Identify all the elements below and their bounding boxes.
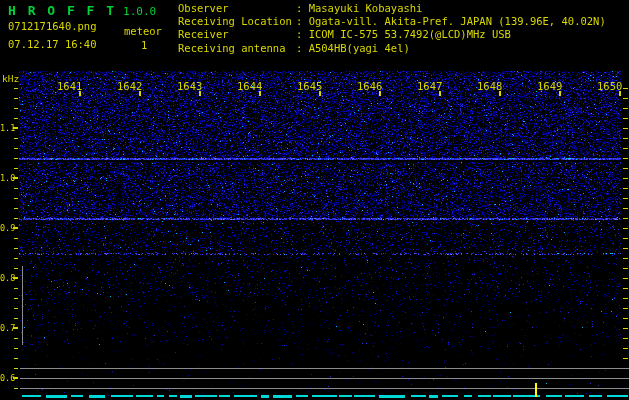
y-axis-tick-minor [14, 268, 18, 269]
y-axis-label: 1.1 [0, 123, 13, 133]
receiver-info-block: Observer: Masayuki KobayashiReceiving Lo… [178, 2, 606, 55]
right-axis-tick [623, 98, 628, 99]
y-axis-tick-minor [14, 88, 18, 89]
trace-dash [169, 395, 177, 397]
y-axis-label: 0.8 [0, 273, 13, 283]
trace-dash [136, 395, 153, 397]
right-axis-tick [623, 238, 628, 239]
right-axis-tick [623, 328, 628, 329]
info-label: Observer [178, 2, 296, 15]
info-row: Observer: Masayuki Kobayashi [178, 2, 606, 15]
y-axis-tick-major [13, 327, 18, 329]
observation-datetime: 07.12.17 16:40 [8, 39, 97, 50]
title-row: H R O F F T 1.0.0 [8, 3, 156, 18]
trace-dash [46, 395, 66, 398]
right-axis-tick [623, 168, 628, 169]
meteor-count-value: 1 [141, 40, 147, 51]
app-version: 1.0.0 [123, 5, 156, 18]
y-axis-tick-minor [14, 98, 18, 99]
y-axis-tick-minor [14, 158, 18, 159]
right-axis-tick [623, 178, 628, 179]
y-axis-label: 1.0 [0, 173, 13, 183]
y-axis-tick-minor [14, 348, 18, 349]
trace-dash [180, 395, 192, 398]
mode-label: meteor [124, 26, 162, 37]
trace-dash [478, 395, 491, 397]
y-axis-tick-minor [14, 258, 18, 259]
y-axis-tick-minor [14, 188, 18, 189]
trace-dash [493, 395, 510, 397]
trace-dash [22, 395, 41, 397]
y-axis-tick-minor [14, 148, 18, 149]
y-axis-tick-minor [14, 138, 18, 139]
info-row: Receiving Location: Ogata-vill. Akita-Pr… [178, 15, 606, 28]
y-axis-tick-minor [14, 248, 18, 249]
x-axis-tick [619, 91, 621, 96]
right-axis-tick [623, 288, 628, 289]
y-axis-tick-major [13, 377, 18, 379]
trace-dash [312, 395, 336, 397]
y-axis-tick-minor [14, 288, 18, 289]
y-axis-tick-major [13, 277, 18, 279]
y-axis-tick-minor [14, 168, 18, 169]
trace-dash [354, 395, 374, 397]
trace-dash [234, 395, 257, 397]
y-axis-tick-minor [14, 108, 18, 109]
level-ref-line [20, 378, 629, 379]
y-axis-unit-label: kHz [2, 73, 19, 84]
trace-dash [546, 395, 562, 397]
y-axis-tick-minor [14, 388, 18, 389]
hrofft-spectrogram-screen: H R O F F T 1.0.0 0712171640.png meteor … [0, 0, 629, 400]
trace-dash [607, 395, 628, 397]
right-axis-tick [623, 258, 628, 259]
right-axis-tick [623, 88, 628, 89]
trace-dash [71, 395, 83, 397]
signal-level-trace [22, 395, 628, 398]
trace-dash [589, 395, 602, 397]
info-value: : A504HB(yagi 4el) [296, 42, 410, 54]
level-ref-line [20, 368, 629, 369]
trace-dash [89, 395, 105, 398]
trace-dash [157, 395, 164, 397]
y-axis-tick-minor [14, 318, 18, 319]
info-value: : ICOM IC-575 53.7492(@LCD)MHz USB [296, 28, 511, 40]
spectrogram-noise-canvas [0, 0, 629, 400]
y-axis-tick-minor [14, 338, 18, 339]
output-filename: 0712171640.png [8, 21, 97, 32]
right-axis-tick [623, 118, 628, 119]
y-axis-label: 0.7 [0, 323, 13, 333]
y-axis-tick-major [13, 177, 18, 179]
right-axis-tick [623, 188, 628, 189]
trace-dash [195, 395, 218, 397]
right-axis-tick [623, 298, 628, 299]
info-label: Receiving antenna [178, 42, 296, 55]
right-axis-tick [623, 138, 628, 139]
trace-dash [429, 395, 438, 398]
app-title: H R O F F T [8, 3, 116, 18]
right-axis-tick [623, 278, 628, 279]
right-axis-tick [623, 108, 628, 109]
trace-dash [464, 395, 473, 397]
info-label: Receiving Location [178, 15, 296, 28]
right-axis-tick [623, 338, 628, 339]
trace-dash [261, 395, 269, 398]
y-axis-tick-minor [14, 358, 18, 359]
y-axis-tick-minor [14, 208, 18, 209]
right-axis-tick [623, 198, 628, 199]
info-row: Receiving antenna: A504HB(yagi 4el) [178, 42, 606, 55]
right-axis-tick [623, 248, 628, 249]
y-axis-label: 0.9 [0, 223, 13, 233]
info-value: : Ogata-vill. Akita-Pref. JAPAN (139.96E… [296, 15, 606, 27]
y-axis-tick-minor [14, 218, 18, 219]
level-ref-line-vertical [22, 266, 23, 345]
x-axis-tick [139, 91, 141, 96]
right-axis-tick [623, 228, 628, 229]
y-axis-tick-major [13, 127, 18, 129]
y-axis-tick-minor [14, 198, 18, 199]
x-axis-tick [319, 91, 321, 96]
x-axis-tick [499, 91, 501, 96]
y-axis-tick-minor [14, 308, 18, 309]
right-axis-tick [623, 348, 628, 349]
x-axis-tick [199, 91, 201, 96]
trace-dash [219, 395, 229, 397]
